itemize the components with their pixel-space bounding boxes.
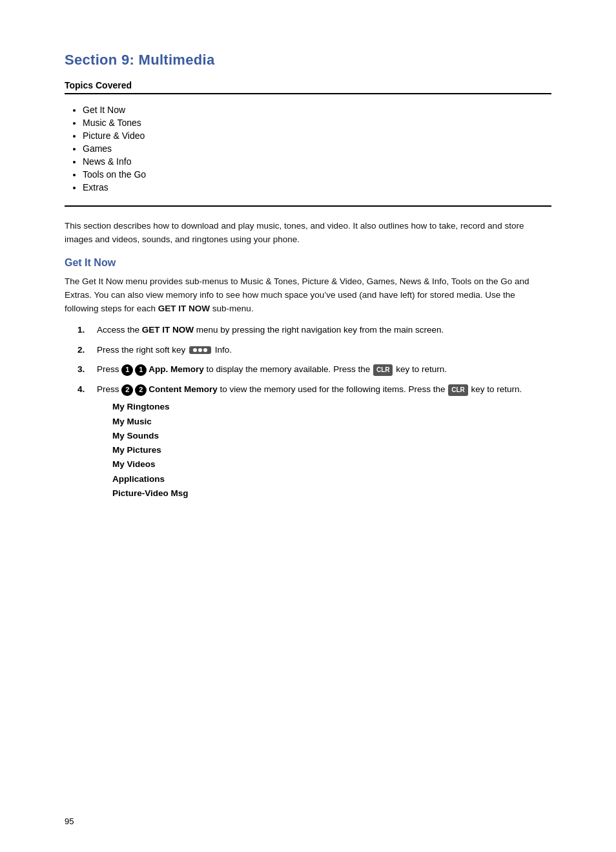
step-number: 4. <box>77 383 93 397</box>
circle-num: 1 <box>121 364 133 376</box>
topic-item: Tools on the Go <box>83 169 551 180</box>
steps-list: 1.Access the GET IT NOW menu by pressing… <box>77 324 551 501</box>
sub-item: My Ringtones <box>112 400 551 413</box>
step-item: 2.Press the right soft key Info. <box>77 344 551 357</box>
topic-item: Extras <box>83 182 551 192</box>
step-text-bold: GET IT NOW <box>142 325 194 335</box>
circle-number: 2 <box>135 384 147 396</box>
step-number: 3. <box>77 363 93 377</box>
topic-item: Picture & Video <box>83 130 551 141</box>
sub-item: Applications <box>112 473 551 486</box>
step-text-after: to view the memory used for the followin… <box>218 384 446 394</box>
divider-top <box>65 93 551 94</box>
sub-item: My Pictures <box>112 444 551 457</box>
get-it-now-body: The Get It Now menu provides sub-menus t… <box>65 275 551 316</box>
circle-number: 1 <box>135 364 147 376</box>
step-text-bold: Content Memory <box>149 384 218 394</box>
topic-item: News & Info <box>83 156 551 167</box>
body-text-before: The Get It Now menu provides sub-menus t… <box>65 276 529 313</box>
divider-bottom <box>65 205 551 207</box>
sub-item: My Videos <box>112 458 551 471</box>
step-text-before: Access the <box>97 325 142 335</box>
body-text-bold: GET IT NOW <box>158 304 210 313</box>
intro-text: This section describes how to download a… <box>65 220 551 247</box>
step-text-after: menu by pressing the right navigation ke… <box>194 325 444 335</box>
body-text-end: sub-menu. <box>210 304 254 313</box>
topic-item: Get It Now <box>83 105 551 115</box>
step-content: Press the right soft key Info. <box>97 344 551 357</box>
sub-item: My Sounds <box>112 430 551 442</box>
circle-num: 2 <box>121 384 133 396</box>
step-press-label: Press <box>97 384 121 394</box>
sub-items-list: My RingtonesMy MusicMy SoundsMy Pictures… <box>97 400 551 500</box>
topic-item: Music & Tones <box>83 118 551 128</box>
dots-icon <box>189 346 211 354</box>
step-item: 3.Press 11App. Memory to display the mem… <box>77 363 551 377</box>
get-it-now-title: Get It Now <box>65 257 551 269</box>
topics-covered-label: Topics Covered <box>65 80 551 90</box>
step-content: Access the GET IT NOW menu by pressing t… <box>97 324 551 337</box>
topic-item: Games <box>83 143 551 154</box>
step-text-end: key to return. <box>471 384 522 394</box>
step-text-after: Info. <box>212 345 232 355</box>
step-item: 1.Access the GET IT NOW menu by pressing… <box>77 324 551 337</box>
page: Section 9: Multimedia Topics Covered Get… <box>0 0 616 852</box>
clr-key-badge: CLR <box>448 384 468 396</box>
step-content: Press 11App. Memory to display the memor… <box>97 363 551 377</box>
section-title: Section 9: Multimedia <box>65 52 551 68</box>
page-number: 95 <box>65 816 74 826</box>
step-item: 4.Press 22Content Memory to view the mem… <box>77 383 551 501</box>
step-text-bold: App. Memory <box>149 364 204 374</box>
clr-key-badge: CLR <box>373 364 393 376</box>
step-number: 1. <box>77 324 93 337</box>
step-text-after: to display the memory available. Press t… <box>204 364 370 374</box>
step-text-before: Press the right soft key <box>97 345 188 355</box>
topics-list: Get It NowMusic & TonesPicture & VideoGa… <box>65 105 551 192</box>
sub-item: My Music <box>112 415 551 428</box>
step-press-label: Press <box>97 364 121 374</box>
step-content: Press 22Content Memory to view the memor… <box>97 383 551 501</box>
step-text-end: key to return. <box>396 364 447 374</box>
sub-item: Picture-Video Msg <box>112 487 551 500</box>
step-number: 2. <box>77 344 93 357</box>
